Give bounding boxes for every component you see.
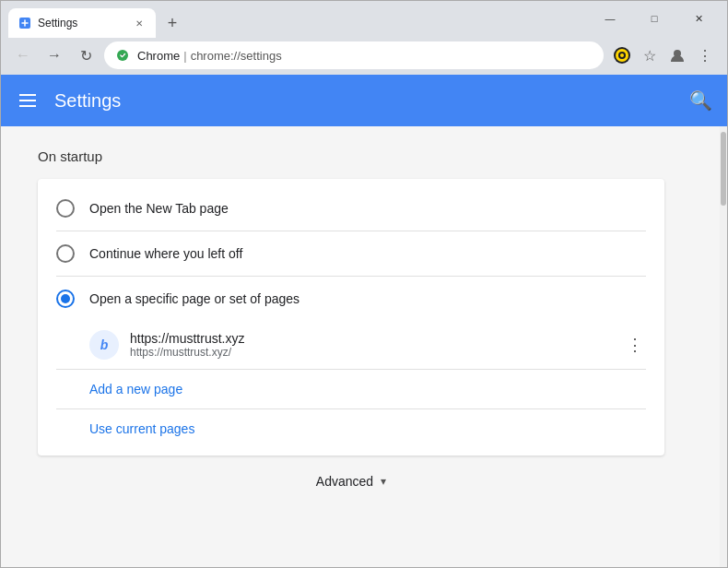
toolbar-actions: ☆ ⋮ [609, 42, 718, 68]
svg-point-5 [620, 53, 624, 57]
startup-section-title: On startup [38, 148, 664, 164]
maximize-button[interactable]: □ [633, 4, 675, 33]
tab-close-button[interactable]: ✕ [132, 16, 147, 30]
scrollbar-thumb[interactable] [721, 132, 726, 206]
radio-continue-label: Continue where you left off [89, 246, 242, 261]
radio-new-tab-label: Open the New Tab page [89, 201, 229, 216]
use-current-link-container: Use current pages [38, 409, 664, 448]
settings-main: PC.com On startup Open the New Tab page [1, 126, 701, 567]
radio-new-tab [56, 199, 75, 218]
reload-button[interactable]: ↻ [73, 42, 99, 68]
radio-option-specific[interactable]: Open a specific page or set of pages [38, 277, 664, 321]
settings-body: PC.com On startup Open the New Tab page [1, 126, 727, 567]
new-tab-button[interactable]: + [159, 10, 185, 36]
use-current-link[interactable]: Use current pages [89, 421, 194, 436]
advanced-arrow-icon: ▾ [381, 475, 386, 488]
menu-button[interactable]: ⋮ [692, 42, 718, 68]
hamburger-menu[interactable] [16, 90, 40, 111]
back-button[interactable]: ← [10, 42, 36, 68]
tab-title: Settings [38, 17, 126, 30]
page-entry: b https://musttrust.xyz https://musttrus… [38, 321, 664, 369]
active-tab[interactable]: Settings ✕ [8, 8, 156, 38]
settings-content: PC.com On startup Open the New Tab page [1, 126, 720, 567]
tab-bar: Settings ✕ + [8, 1, 589, 36]
secure-icon [115, 48, 130, 63]
profile-button[interactable] [664, 42, 690, 68]
minimize-button[interactable]: — [589, 4, 631, 33]
download-indicator [609, 42, 635, 68]
radio-option-continue[interactable]: Continue where you left off [38, 231, 664, 276]
radio-continue [56, 244, 75, 263]
radio-specific-label: Open a specific page or set of pages [89, 291, 299, 306]
page-url: https://musttrust.xyz/ [130, 346, 613, 359]
advanced-label: Advanced [316, 474, 373, 489]
scrollbar[interactable] [720, 126, 727, 567]
page-more-button[interactable]: ⋮ [624, 334, 646, 356]
tab-favicon [18, 16, 32, 30]
page-info: https://musttrust.xyz https://musttrust.… [130, 331, 613, 359]
radio-option-new-tab[interactable]: Open the New Tab page [38, 186, 664, 231]
startup-card: Open the New Tab page Continue where you… [38, 179, 664, 456]
forward-button[interactable]: → [41, 42, 67, 68]
title-bar: Settings ✕ + — □ ✕ [1, 1, 727, 36]
address-path: chrome://settings [191, 49, 282, 63]
page-name: https://musttrust.xyz [130, 331, 613, 346]
radio-specific [56, 290, 75, 308]
browser-frame: Settings ✕ + — □ ✕ ← → ↻ Chrome|chrome:/… [0, 0, 728, 568]
toolbar: ← → ↻ Chrome|chrome://settings ☆ [1, 36, 727, 75]
page-icon: b [89, 330, 119, 360]
settings-page-title: Settings [54, 90, 675, 112]
settings-header: Settings 🔍 [1, 75, 727, 126]
add-page-link[interactable]: Add a new page [89, 382, 182, 396]
address-bar[interactable]: Chrome|chrome://settings [104, 41, 604, 69]
address-domain: Chrome [137, 49, 180, 63]
advanced-section[interactable]: Advanced ▾ [38, 456, 664, 507]
add-page-link-container: Add a new page [38, 370, 664, 408]
window-controls: — □ ✕ [589, 4, 720, 33]
close-button[interactable]: ✕ [677, 4, 720, 33]
bookmark-button[interactable]: ☆ [637, 42, 663, 68]
address-text: Chrome|chrome://settings [137, 49, 593, 63]
settings-page: Settings 🔍 PC.com On startup Open the Ne… [1, 75, 727, 567]
settings-search-icon[interactable]: 🔍 [689, 89, 712, 112]
address-separator: | [183, 49, 186, 63]
